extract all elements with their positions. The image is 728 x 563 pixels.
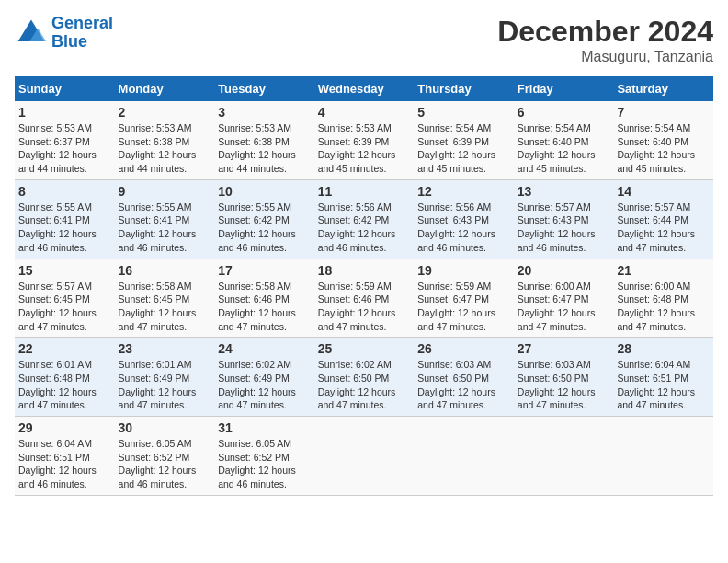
day-detail: Sunrise: 5:57 AMSunset: 6:45 PMDaylight:… <box>18 281 97 332</box>
calendar-cell: 26 Sunrise: 6:03 AMSunset: 6:50 PMDaylig… <box>414 338 514 417</box>
day-number: 4 <box>318 105 411 120</box>
day-detail: Sunrise: 5:54 AMSunset: 6:40 PMDaylight:… <box>617 122 695 174</box>
day-detail: Sunrise: 5:57 AMSunset: 6:43 PMDaylight:… <box>518 201 596 253</box>
title-block: December 2024 Masuguru, Tanzania <box>497 15 713 65</box>
day-of-week-header: Monday <box>115 76 215 101</box>
day-number: 24 <box>218 341 311 356</box>
day-detail: Sunrise: 5:54 AMSunset: 6:39 PMDaylight:… <box>417 122 495 174</box>
calendar-cell: 25 Sunrise: 6:02 AMSunset: 6:50 PMDaylig… <box>314 338 415 417</box>
day-number: 31 <box>218 420 311 435</box>
day-detail: Sunrise: 5:55 AMSunset: 6:42 PMDaylight:… <box>218 201 296 253</box>
day-number: 10 <box>218 184 311 199</box>
day-detail: Sunrise: 6:01 AMSunset: 6:49 PMDaylight:… <box>119 359 197 410</box>
calendar-cell <box>314 417 415 496</box>
calendar-cell: 22 Sunrise: 6:01 AMSunset: 6:48 PMDaylig… <box>15 338 115 417</box>
day-detail: Sunrise: 6:03 AMSunset: 6:50 PMDaylight:… <box>518 359 596 410</box>
calendar-week-row: 22 Sunrise: 6:01 AMSunset: 6:48 PMDaylig… <box>15 338 713 417</box>
calendar-cell: 2 Sunrise: 5:53 AMSunset: 6:38 PMDayligh… <box>115 101 215 179</box>
day-detail: Sunrise: 5:53 AMSunset: 6:38 PMDaylight:… <box>119 122 197 174</box>
calendar-cell: 13 Sunrise: 5:57 AMSunset: 6:43 PMDaylig… <box>514 179 614 259</box>
day-number: 7 <box>617 105 710 120</box>
day-detail: Sunrise: 5:58 AMSunset: 6:46 PMDaylight:… <box>218 281 296 332</box>
calendar-cell: 4 Sunrise: 5:53 AMSunset: 6:39 PMDayligh… <box>314 101 415 179</box>
day-number: 17 <box>218 263 311 278</box>
calendar-cell <box>514 417 614 496</box>
day-detail: Sunrise: 5:55 AMSunset: 6:41 PMDaylight:… <box>119 201 197 253</box>
day-number: 11 <box>318 184 411 199</box>
day-of-week-header: Thursday <box>414 76 514 101</box>
day-detail: Sunrise: 6:02 AMSunset: 6:49 PMDaylight:… <box>218 359 296 410</box>
calendar-cell: 28 Sunrise: 6:04 AMSunset: 6:51 PMDaylig… <box>613 338 713 417</box>
logo: General Blue <box>15 15 113 52</box>
day-detail: Sunrise: 6:04 AMSunset: 6:51 PMDaylight:… <box>617 359 695 410</box>
calendar-cell: 23 Sunrise: 6:01 AMSunset: 6:49 PMDaylig… <box>115 338 215 417</box>
calendar-cell: 5 Sunrise: 5:54 AMSunset: 6:39 PMDayligh… <box>414 101 514 179</box>
calendar-cell: 14 Sunrise: 5:57 AMSunset: 6:44 PMDaylig… <box>613 179 713 259</box>
day-of-week-header: Saturday <box>613 76 713 101</box>
calendar-cell: 19 Sunrise: 5:59 AMSunset: 6:47 PMDaylig… <box>414 259 514 338</box>
day-number: 19 <box>417 263 510 278</box>
day-detail: Sunrise: 5:53 AMSunset: 6:37 PMDaylight:… <box>18 122 97 174</box>
day-detail: Sunrise: 6:00 AMSunset: 6:48 PMDaylight:… <box>617 281 695 332</box>
day-detail: Sunrise: 5:53 AMSunset: 6:39 PMDaylight:… <box>318 122 396 174</box>
calendar-cell: 27 Sunrise: 6:03 AMSunset: 6:50 PMDaylig… <box>514 338 614 417</box>
day-detail: Sunrise: 5:53 AMSunset: 6:38 PMDaylight:… <box>218 122 296 174</box>
calendar-cell: 7 Sunrise: 5:54 AMSunset: 6:40 PMDayligh… <box>613 101 713 179</box>
day-detail: Sunrise: 6:03 AMSunset: 6:50 PMDaylight:… <box>417 359 495 410</box>
day-number: 14 <box>617 184 710 199</box>
day-number: 23 <box>119 341 211 356</box>
calendar-cell: 10 Sunrise: 5:55 AMSunset: 6:42 PMDaylig… <box>214 179 314 259</box>
day-number: 16 <box>119 263 211 278</box>
day-number: 21 <box>617 263 710 278</box>
day-detail: Sunrise: 6:00 AMSunset: 6:47 PMDaylight:… <box>518 281 596 332</box>
calendar-cell: 1 Sunrise: 5:53 AMSunset: 6:37 PMDayligh… <box>15 101 115 179</box>
page-header: General Blue December 2024 Masuguru, Tan… <box>15 15 713 65</box>
day-number: 26 <box>417 341 510 356</box>
calendar-cell: 8 Sunrise: 5:55 AMSunset: 6:41 PMDayligh… <box>15 179 115 259</box>
calendar-week-row: 15 Sunrise: 5:57 AMSunset: 6:45 PMDaylig… <box>15 259 713 338</box>
day-detail: Sunrise: 5:56 AMSunset: 6:43 PMDaylight:… <box>417 201 495 253</box>
calendar-cell: 12 Sunrise: 5:56 AMSunset: 6:43 PMDaylig… <box>414 179 514 259</box>
day-number: 3 <box>218 105 311 120</box>
month-title: December 2024 <box>497 15 713 49</box>
calendar-header-row: SundayMondayTuesdayWednesdayThursdayFrid… <box>15 76 713 101</box>
location-title: Masuguru, Tanzania <box>497 49 713 65</box>
day-detail: Sunrise: 5:55 AMSunset: 6:41 PMDaylight:… <box>18 201 97 253</box>
day-number: 30 <box>119 420 211 435</box>
calendar-cell: 24 Sunrise: 6:02 AMSunset: 6:49 PMDaylig… <box>214 338 314 417</box>
calendar-cell <box>613 417 713 496</box>
day-detail: Sunrise: 6:05 AMSunset: 6:52 PMDaylight:… <box>218 438 296 489</box>
day-detail: Sunrise: 5:59 AMSunset: 6:46 PMDaylight:… <box>318 281 396 332</box>
day-number: 5 <box>417 105 510 120</box>
day-detail: Sunrise: 6:04 AMSunset: 6:51 PMDaylight:… <box>18 438 97 489</box>
day-of-week-header: Sunday <box>15 76 115 101</box>
day-number: 6 <box>518 105 610 120</box>
calendar-week-row: 29 Sunrise: 6:04 AMSunset: 6:51 PMDaylig… <box>15 417 713 496</box>
day-number: 15 <box>18 263 111 278</box>
day-detail: Sunrise: 5:59 AMSunset: 6:47 PMDaylight:… <box>417 281 495 332</box>
day-detail: Sunrise: 6:01 AMSunset: 6:48 PMDaylight:… <box>18 359 97 410</box>
calendar-cell: 29 Sunrise: 6:04 AMSunset: 6:51 PMDaylig… <box>15 417 115 496</box>
day-detail: Sunrise: 5:54 AMSunset: 6:40 PMDaylight:… <box>518 122 596 174</box>
calendar-week-row: 8 Sunrise: 5:55 AMSunset: 6:41 PMDayligh… <box>15 179 713 259</box>
logo-text: General Blue <box>51 15 113 52</box>
calendar-cell: 3 Sunrise: 5:53 AMSunset: 6:38 PMDayligh… <box>214 101 314 179</box>
day-number: 18 <box>318 263 411 278</box>
calendar-cell: 9 Sunrise: 5:55 AMSunset: 6:41 PMDayligh… <box>115 179 215 259</box>
day-of-week-header: Wednesday <box>314 76 415 101</box>
day-number: 9 <box>119 184 211 199</box>
calendar-cell: 11 Sunrise: 5:56 AMSunset: 6:42 PMDaylig… <box>314 179 415 259</box>
day-detail: Sunrise: 5:58 AMSunset: 6:45 PMDaylight:… <box>119 281 197 332</box>
day-number: 29 <box>18 420 111 435</box>
day-number: 2 <box>119 105 211 120</box>
calendar-cell: 21 Sunrise: 6:00 AMSunset: 6:48 PMDaylig… <box>613 259 713 338</box>
day-detail: Sunrise: 5:56 AMSunset: 6:42 PMDaylight:… <box>318 201 396 253</box>
calendar-cell: 31 Sunrise: 6:05 AMSunset: 6:52 PMDaylig… <box>214 417 314 496</box>
day-of-week-header: Friday <box>514 76 614 101</box>
day-number: 27 <box>518 341 610 356</box>
day-number: 8 <box>18 184 111 199</box>
logo-icon <box>15 17 48 50</box>
calendar-cell: 6 Sunrise: 5:54 AMSunset: 6:40 PMDayligh… <box>514 101 614 179</box>
calendar-table: SundayMondayTuesdayWednesdayThursdayFrid… <box>15 76 713 496</box>
day-number: 20 <box>518 263 610 278</box>
